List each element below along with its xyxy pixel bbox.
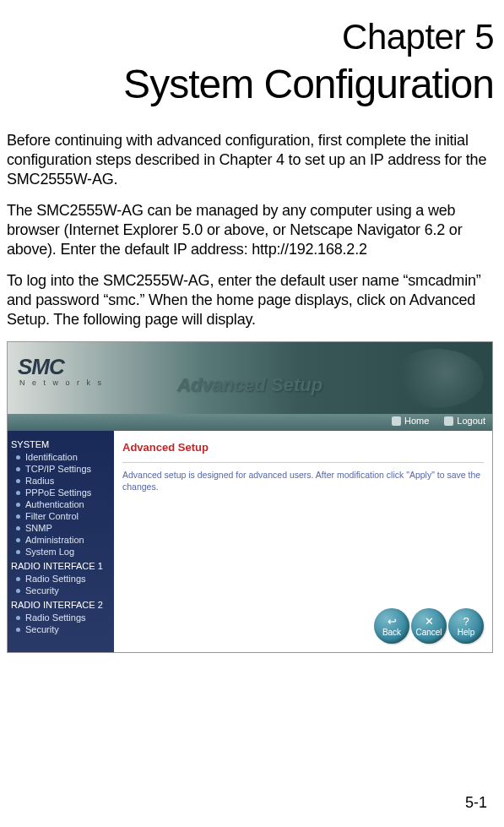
smc-logo: SMC N e t w o r k s <box>18 354 104 387</box>
action-buttons: ↩ Back ✕ Cancel ? Help <box>374 608 484 644</box>
sidebar-item-label: TCP/IP Settings <box>25 464 91 474</box>
sidebar-item-label: Security <box>25 624 59 634</box>
bullet-icon <box>16 538 20 542</box>
sidebar-item-ri2-security[interactable]: Security <box>8 623 114 635</box>
sidebar-item-syslog[interactable]: System Log <box>8 546 114 558</box>
sidebar-item-admin[interactable]: Administration <box>8 534 114 546</box>
sidebar-head-ri2: RADIO INTERFACE 2 <box>8 596 114 612</box>
logout-button[interactable]: Logout <box>444 416 485 426</box>
help-button[interactable]: ? Help <box>448 608 484 644</box>
cancel-label: Cancel <box>415 628 442 637</box>
bullet-icon <box>16 479 20 483</box>
sidebar-item-tcpip[interactable]: TCP/IP Settings <box>8 463 114 475</box>
sidebar-item-label: Radio Settings <box>25 574 86 584</box>
logout-label: Logout <box>457 416 485 426</box>
chapter-title: System Configuration <box>7 61 494 107</box>
cancel-button[interactable]: ✕ Cancel <box>411 608 447 644</box>
tab-bar: Home Logout <box>8 414 492 431</box>
cancel-icon: ✕ <box>425 616 434 627</box>
sidebar-item-label: Radius <box>25 476 54 486</box>
home-label: Home <box>404 416 429 426</box>
chapter-label: Chapter 5 <box>7 17 494 57</box>
sidebar-item-label: Security <box>25 585 59 596</box>
sidebar-item-ri1-radio[interactable]: Radio Settings <box>8 573 114 585</box>
content-pane: Advanced Setup Advanced setup is designe… <box>114 431 492 652</box>
help-icon: ? <box>463 616 469 627</box>
content-title: Advanced Setup <box>122 441 484 454</box>
back-label: Back <box>382 628 401 637</box>
sidebar-head-ri1: RADIO INTERFACE 1 <box>8 558 114 573</box>
bullet-icon <box>16 616 20 620</box>
bullet-icon <box>16 550 20 554</box>
sidebar-item-filter[interactable]: Filter Control <box>8 510 114 522</box>
intro-paragraph-1: Before continuing with advanced configur… <box>7 131 494 189</box>
logo-sub: N e t w o r k s <box>19 378 104 387</box>
home-icon <box>392 416 401 426</box>
sidebar-item-label: Radio Settings <box>25 612 86 623</box>
router-screenshot: SMC N e t w o r k s Advanced Setup Home … <box>7 341 493 653</box>
globe-decoration <box>391 349 484 408</box>
sidebar-item-label: Identification <box>25 452 78 462</box>
sidebar-item-label: Authentication <box>25 499 84 509</box>
content-description: Advanced setup is designed for advanced … <box>122 470 484 492</box>
sidebar-item-label: SNMP <box>25 523 52 533</box>
sidebar-item-label: Administration <box>25 535 84 545</box>
sidebar-item-label: PPPoE Settings <box>25 487 91 498</box>
bullet-icon <box>16 589 20 593</box>
home-button[interactable]: Home <box>392 416 429 426</box>
sidebar: SYSTEM Identification TCP/IP Settings Ra… <box>8 431 114 652</box>
ui-body: SYSTEM Identification TCP/IP Settings Ra… <box>8 431 492 652</box>
ui-header: SMC N e t w o r k s Advanced Setup <box>8 342 492 414</box>
bullet-icon <box>16 628 20 632</box>
logout-icon <box>444 416 453 426</box>
page-number: 5-1 <box>465 794 487 812</box>
sidebar-item-label: Filter Control <box>25 511 79 521</box>
sidebar-item-radius[interactable]: Radius <box>8 475 114 487</box>
sidebar-head-system: SYSTEM <box>8 436 114 451</box>
sidebar-item-auth[interactable]: Authentication <box>8 498 114 510</box>
bullet-icon <box>16 514 20 519</box>
back-icon: ↩ <box>387 616 397 627</box>
header-title: Advanced Setup <box>177 374 322 396</box>
bullet-icon <box>16 577 20 581</box>
bullet-icon <box>16 526 20 530</box>
intro-paragraph-3: To log into the SMC2555W-AG, enter the d… <box>7 271 494 329</box>
bullet-icon <box>16 467 20 471</box>
bullet-icon <box>16 491 20 495</box>
content-divider <box>122 462 484 463</box>
sidebar-item-ri1-security[interactable]: Security <box>8 585 114 596</box>
help-label: Help <box>458 628 475 637</box>
logo-brand: SMC <box>18 354 104 380</box>
sidebar-item-pppoe[interactable]: PPPoE Settings <box>8 487 114 498</box>
bullet-icon <box>16 503 20 507</box>
sidebar-item-snmp[interactable]: SNMP <box>8 522 114 534</box>
back-button[interactable]: ↩ Back <box>374 608 409 644</box>
intro-paragraph-2: The SMC2555W-AG can be managed by any co… <box>7 201 494 259</box>
sidebar-item-identification[interactable]: Identification <box>8 451 114 463</box>
sidebar-item-ri2-radio[interactable]: Radio Settings <box>8 612 114 623</box>
sidebar-item-label: System Log <box>25 547 74 557</box>
bullet-icon <box>16 455 20 460</box>
